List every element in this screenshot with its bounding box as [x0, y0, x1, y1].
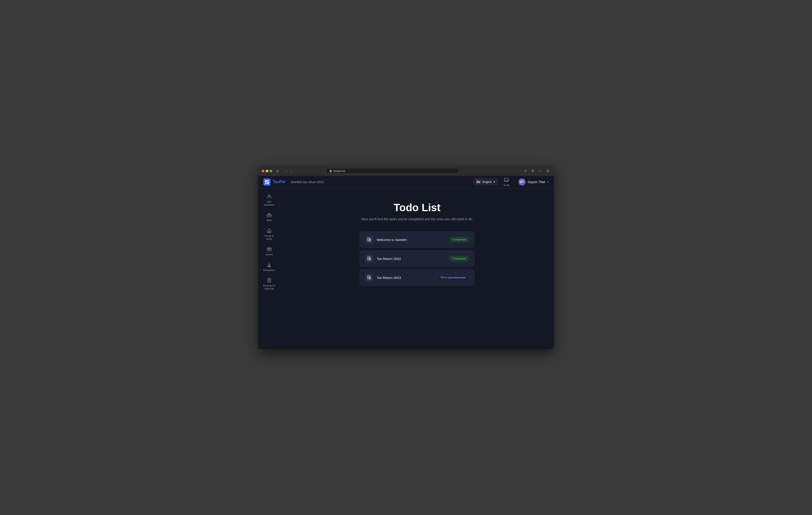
income-icon: [267, 247, 272, 252]
share-button[interactable]: ⬆: [530, 168, 535, 173]
user-name: Dayton Thiel: [528, 180, 545, 184]
action-badge: Fill in Questionnaire: [438, 275, 469, 280]
lang-chevron-icon: ▾: [494, 180, 495, 183]
family-home-icon: [267, 228, 272, 234]
page-subtitle: Here you'll find the tasks you've comple…: [361, 217, 473, 221]
avatar: DT: [519, 178, 526, 185]
sidebar-item-deductions[interactable]: Deductions: [260, 260, 278, 274]
page-heading: Todo List: [394, 201, 440, 213]
svg-rect-2: [267, 182, 269, 184]
todo-item-doc-icon: [365, 255, 373, 263]
svg-rect-16: [369, 277, 371, 279]
svg-rect-7: [268, 231, 270, 233]
logo-area: TaxPal: [263, 178, 285, 185]
todo-item-label: Tax Return 2022: [377, 257, 446, 261]
topnav-right: 🇬🇧 English ▾ To-do DT Day: [473, 176, 549, 187]
todo-item-label: Welcome to Sweden: [377, 238, 446, 241]
svg-rect-0: [265, 180, 267, 182]
new-tab-button[interactable]: ＋: [537, 168, 544, 174]
logo-text: TaxPal: [273, 180, 285, 184]
user-chevron-icon: ▾: [547, 180, 549, 183]
language-selector[interactable]: 🇬🇧 English ▾: [473, 178, 498, 185]
sidebar-item-family-home[interactable]: Family & Home: [260, 226, 278, 243]
svg-rect-4: [504, 178, 509, 181]
tabs-button[interactable]: ⧉: [545, 169, 550, 173]
traffic-lights: [262, 170, 272, 172]
svg-rect-1: [267, 180, 269, 181]
sidebar: Intro questions Work: [258, 188, 280, 349]
svg-rect-3: [265, 183, 267, 184]
language-label: English: [482, 180, 492, 183]
sidebar-item-label: Summary & Approval: [262, 284, 276, 290]
todo-button[interactable]: To-do: [501, 176, 511, 187]
back-button[interactable]: ‹: [285, 169, 288, 173]
page-title: Swedish tax return 2023: [291, 180, 324, 184]
minimize-button[interactable]: [266, 170, 268, 172]
sidebar-item-label: Family & Home: [262, 234, 276, 240]
sidebar-item-income[interactable]: Income: [260, 245, 278, 258]
status-badge: Completed: [450, 256, 469, 261]
lock-icon: 🔒: [329, 169, 332, 172]
todo-item-doc-icon: [365, 274, 373, 282]
sidebar-item-intro-questions[interactable]: Intro questions: [260, 192, 278, 208]
todo-item-tax-return-2022[interactable]: Tax Return 2022 Completed: [360, 251, 474, 267]
topnav: TaxPal Swedish tax return 2023 🇬🇧 Englis…: [258, 176, 554, 188]
user-area[interactable]: DT Dayton Thiel ▾: [519, 178, 549, 185]
sidebar-item-summary-approval[interactable]: Summary & Approval: [260, 276, 278, 292]
logo-icon: [263, 178, 270, 185]
maximize-button[interactable]: [270, 170, 272, 172]
logo-tax: Tax: [273, 180, 279, 184]
flag-icon: 🇬🇧: [476, 180, 481, 184]
sidebar-item-work[interactable]: Work: [260, 210, 278, 224]
summary-icon: [267, 278, 272, 283]
person-icon: [267, 194, 272, 199]
address-bar[interactable]: 🔒 taxpal.se: [326, 168, 459, 174]
main-area: Intro questions Work: [258, 188, 554, 349]
todo-item-welcome-sweden[interactable]: Welcome to Sweden Completed: [360, 231, 474, 248]
browser-window: ⊞ ‹ › 🔒 taxpal.se ↺ ⬆ ＋ ⧉: [258, 166, 554, 349]
deductions-icon: [267, 262, 272, 268]
todo-item-doc-icon: [365, 236, 373, 244]
url-text: taxpal.se: [334, 169, 345, 173]
svg-rect-14: [369, 258, 371, 260]
forward-button[interactable]: ›: [289, 169, 293, 173]
logo-pal: Pal: [279, 180, 285, 184]
sidebar-item-label: Work: [266, 219, 272, 222]
content-area: Todo List Here you'll find the tasks you…: [280, 188, 554, 349]
sidebar-item-label: Income: [265, 253, 273, 256]
svg-rect-8: [267, 248, 271, 251]
sidebar-toggle-button[interactable]: ⊞: [275, 169, 280, 173]
browser-nav: ‹ ›: [285, 169, 293, 173]
work-icon: [267, 212, 272, 218]
sidebar-item-label: Intro questions: [262, 200, 276, 206]
todo-item-tax-return-2023[interactable]: Tax Return 2023 Fill in Questionnaire: [360, 269, 474, 286]
app-container: TaxPal Swedish tax return 2023 🇬🇧 Englis…: [258, 176, 554, 349]
svg-rect-6: [267, 214, 271, 217]
todo-label: To-do: [503, 184, 510, 187]
sidebar-item-label: Deductions: [263, 269, 275, 272]
todo-list: Welcome to Sweden Completed: [360, 231, 474, 286]
svg-point-9: [268, 249, 270, 250]
browser-actions: ↺ ⬆ ＋ ⧉: [523, 168, 550, 174]
todo-item-label: Tax Return 2023: [377, 276, 434, 280]
close-button[interactable]: [262, 170, 264, 172]
svg-rect-12: [369, 239, 371, 241]
status-badge: Completed: [450, 237, 469, 242]
browser-chrome: ⊞ ‹ › 🔒 taxpal.se ↺ ⬆ ＋ ⧉: [258, 166, 554, 176]
inbox-icon: [504, 177, 509, 183]
reload-button[interactable]: ↺: [523, 168, 528, 173]
svg-point-5: [268, 195, 270, 196]
